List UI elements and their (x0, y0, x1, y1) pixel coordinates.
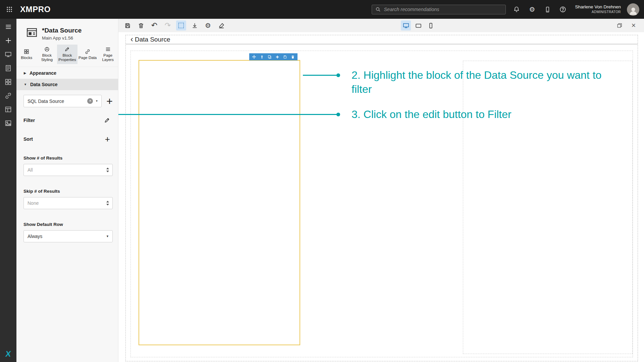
app-version: Main App v1.56 (42, 36, 82, 41)
sort-label: Sort (23, 136, 33, 142)
help-icon[interactable] (558, 5, 568, 14)
delete-icon[interactable] (136, 20, 146, 31)
selected-data-source-block[interactable] (139, 60, 300, 345)
show-results-input[interactable]: All (23, 164, 113, 176)
show-results-value: All (28, 167, 33, 173)
caret-right-icon: ▶ (24, 71, 26, 75)
marquee-box (178, 23, 184, 28)
block-delete-icon[interactable] (290, 55, 295, 59)
tab-block-properties[interactable]: Block Properties (57, 45, 77, 64)
show-results-label: Show # of Results (16, 156, 118, 161)
settings-icon[interactable]: ⚙ (527, 5, 537, 14)
notifications-icon[interactable] (512, 5, 521, 14)
properties-panel: *Data Source Main App v1.56 Blocks Block… (16, 19, 118, 362)
tab-page-layers[interactable]: Page Layers (98, 45, 118, 64)
step-down-icon[interactable] (106, 204, 109, 205)
clear-icon[interactable]: × (87, 98, 93, 104)
rail-media-icon[interactable] (4, 119, 12, 127)
tab-label: Block Properties (58, 53, 77, 62)
edit-filter-icon[interactable] (104, 117, 110, 123)
color-wheel-icon (44, 47, 50, 52)
block-action-toolbar (249, 53, 298, 60)
panel-header: *Data Source Main App v1.56 (16, 19, 118, 45)
mobile-preview-icon[interactable] (426, 20, 436, 31)
mobile-icon[interactable] (543, 5, 552, 14)
step-up-icon[interactable] (106, 168, 109, 169)
skip-results-label: Skip # of Results (16, 189, 118, 194)
annotation-line-step2 (303, 75, 336, 76)
tab-label: Page Layers (98, 53, 117, 62)
data-source-select[interactable]: SQL Data Source × ▼ (23, 95, 102, 107)
blocks-icon (24, 49, 29, 54)
skip-results-input[interactable]: None (23, 197, 113, 209)
block-move-up-icon[interactable] (260, 55, 264, 59)
rail-blocks-icon[interactable] (4, 78, 12, 86)
section-appearance[interactable]: ▶ Appearance (16, 67, 118, 79)
undo-icon[interactable]: ↶ (149, 20, 159, 31)
page-icon (26, 27, 38, 38)
stepper-icon (106, 201, 109, 205)
design-canvas: ‹ Data Source 2. Highlight the block of … (118, 32, 644, 362)
section-label: Appearance (30, 70, 56, 76)
avatar[interactable] (627, 3, 639, 16)
download-icon[interactable] (190, 20, 200, 31)
select-caret-icon: ▼ (106, 235, 109, 238)
search-input[interactable] (384, 7, 502, 12)
default-row-select[interactable]: Always ▼ (23, 230, 113, 242)
rail-forms-icon[interactable] (4, 64, 12, 72)
window-controls: × (614, 20, 639, 31)
xmpro-logo: XMPRO (20, 5, 51, 14)
breadcrumb[interactable]: Data Source (135, 36, 170, 43)
xmpro-x-logo[interactable]: X (0, 349, 17, 359)
app-switcher-icon[interactable] (5, 5, 14, 14)
rail-apps-icon[interactable] (4, 50, 12, 58)
empty-column-outline (463, 61, 633, 354)
sort-row: Sort + (16, 135, 118, 143)
add-data-source-button[interactable]: + (106, 96, 113, 106)
user-block: Sharlene Von Drehnen ADMINISTRATOR (575, 4, 621, 14)
page-breadcrumb-bar: ‹ Data Source (126, 35, 638, 44)
stepper-icon (106, 168, 109, 172)
tab-page-data[interactable]: Page Data (77, 45, 98, 64)
tablet-preview-icon[interactable] (413, 20, 423, 31)
block-add-icon[interactable] (275, 55, 279, 59)
caret-down-icon: ▼ (24, 83, 27, 86)
default-row-value: Always (28, 234, 42, 239)
left-rail: X (0, 19, 16, 362)
section-data-source[interactable]: ▼ Data Source (16, 79, 118, 90)
add-sort-button[interactable]: + (105, 135, 110, 143)
data-source-value: SQL Data Source (28, 99, 85, 104)
add-icon[interactable] (4, 37, 12, 45)
user-role: ADMINISTRATOR (575, 10, 621, 14)
dropdown-caret-icon[interactable]: ▼ (95, 100, 98, 103)
device-preview-group (401, 20, 436, 31)
page-title: *Data Source (42, 27, 82, 34)
step-up-icon[interactable] (106, 201, 109, 202)
tab-label: Block Styling (38, 53, 57, 62)
rail-data-icon[interactable] (4, 105, 12, 113)
layers-icon (105, 47, 111, 52)
desktop-preview-icon[interactable] (401, 20, 411, 31)
close-icon[interactable]: × (629, 20, 639, 31)
block-copy-icon[interactable] (267, 55, 272, 59)
redo-icon[interactable]: ↷ (163, 20, 173, 31)
tab-label: Page Data (78, 56, 97, 60)
page-settings-icon[interactable]: ⚙ (203, 20, 213, 31)
block-save-icon[interactable] (283, 55, 287, 59)
restore-window-icon[interactable] (614, 20, 625, 31)
filter-row: Filter (16, 117, 118, 123)
back-chevron-icon[interactable]: ‹ (130, 35, 133, 43)
annotation-dot-step2 (336, 73, 340, 77)
block-move-icon[interactable] (252, 55, 256, 59)
rail-connections-icon[interactable] (4, 92, 12, 100)
eraser-icon[interactable] (216, 20, 226, 31)
designer-toolbar: ↶ ↷ ⚙ × (118, 19, 644, 32)
save-icon[interactable] (122, 20, 132, 31)
search-box[interactable] (372, 5, 506, 14)
tab-blocks[interactable]: Blocks (16, 45, 37, 64)
menu-icon[interactable] (4, 23, 12, 31)
marquee-select-icon[interactable] (176, 20, 186, 31)
annotation-step2: 2. Highlight the block of the Data Sourc… (352, 68, 606, 96)
tab-block-styling[interactable]: Block Styling (37, 45, 57, 64)
step-down-icon[interactable] (106, 171, 109, 172)
